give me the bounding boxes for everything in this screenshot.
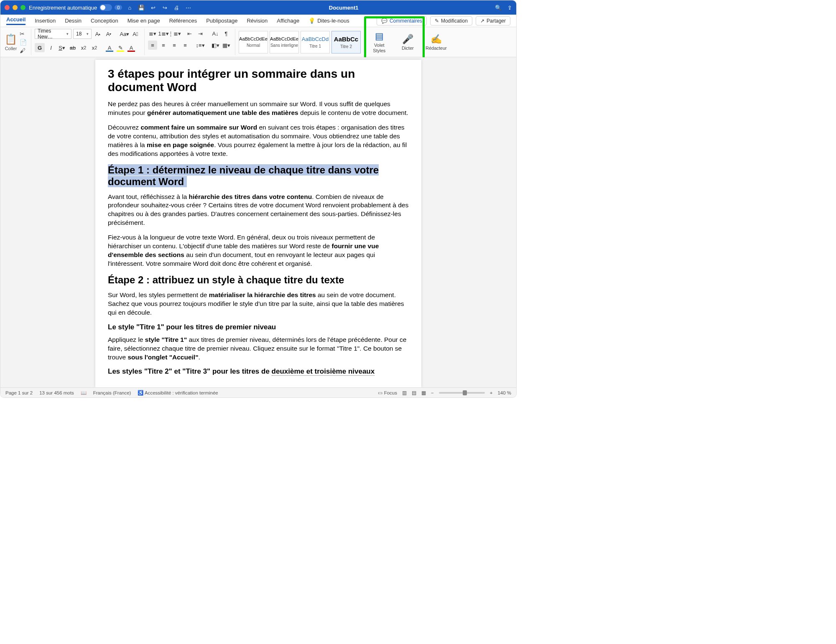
change-case-icon[interactable]: Aa▾	[120, 29, 129, 38]
minimize-window-icon[interactable]	[13, 5, 18, 10]
doc-h1: 3 étapes pour intégrer un sommaire dans …	[108, 67, 409, 94]
search-icon[interactable]: 🔍	[495, 5, 502, 11]
clipboard-group: 📋 Coller ✂ 📄 🖌	[5, 29, 31, 55]
justify-icon[interactable]: ≡	[181, 41, 190, 50]
status-page[interactable]: Page 1 sur 2	[5, 390, 33, 395]
status-accessibility[interactable]: ♿ Accessibilité : vérification terminée	[138, 390, 218, 396]
increase-indent-icon[interactable]: ⇥	[196, 29, 205, 38]
copy-icon[interactable]: 📄	[20, 39, 27, 46]
font-size-combo[interactable]: 18▾	[73, 29, 92, 39]
tell-me[interactable]: 💡Dites-le-nous	[308, 18, 349, 24]
styles-more-icon[interactable]: ›	[362, 40, 367, 44]
doc-p4: Fiez-vous à la longueur de votre texte W…	[108, 233, 409, 268]
subscript-icon[interactable]: x2	[79, 43, 88, 52]
bullets-icon[interactable]: ≣▾	[148, 29, 157, 38]
style-sans-interligne[interactable]: AaBbCcDdEe Sans interligne	[270, 31, 299, 53]
redo-icon[interactable]: ↪	[161, 5, 169, 11]
text-effects-icon[interactable]: A	[105, 43, 114, 52]
doc-h3b: Les styles "Titre 2" et "Titre 3" pour l…	[108, 367, 409, 376]
undo-icon[interactable]: ↩	[149, 5, 157, 11]
tab-dessin[interactable]: Dessin	[65, 18, 82, 24]
shrink-font-icon[interactable]: A▾	[104, 29, 113, 38]
tab-revision[interactable]: Révision	[247, 18, 268, 24]
autosave-toggle[interactable]: Enregistrement automatique 0	[29, 4, 122, 11]
comment-icon: 💬	[381, 18, 387, 24]
line-spacing-icon[interactable]: ↕≡▾	[196, 41, 205, 50]
dictate-button[interactable]: 🎤 Dicter	[397, 34, 418, 51]
status-words[interactable]: 13 sur 456 mots	[39, 390, 74, 395]
underline-icon[interactable]: S▾	[57, 43, 66, 52]
view-read-icon[interactable]: ▦	[421, 390, 426, 396]
style-titre-2[interactable]: AaBbCc Titre 2	[331, 31, 361, 53]
superscript-icon[interactable]: x2	[90, 43, 99, 52]
shading-icon[interactable]: ◧▾	[211, 41, 220, 50]
editor-group: ✍ Rédacteur	[426, 29, 451, 55]
doc-h2-etape1: Étape 1 : déterminez le niveau de chaque…	[108, 164, 409, 188]
styles-pane-button[interactable]: ▤ Volet Styles	[369, 31, 390, 53]
maximize-window-icon[interactable]	[20, 5, 25, 10]
autosave-badge: 0	[115, 5, 122, 10]
microphone-icon: 🎤	[402, 34, 413, 45]
editor-button[interactable]: ✍ Rédacteur	[426, 34, 446, 51]
grow-font-icon[interactable]: A▴	[93, 29, 102, 38]
zoom-in-icon[interactable]: +	[490, 390, 493, 395]
style-normal[interactable]: AaBbCcDdEe Normal	[239, 31, 268, 53]
doc-p2: Découvrez comment faire un sommaire sur …	[108, 123, 409, 158]
tab-accueil[interactable]: Accueil	[6, 16, 25, 25]
print-icon[interactable]: 🖨	[172, 5, 181, 11]
paste-icon[interactable]: 📋	[5, 33, 17, 45]
more-icon[interactable]: ⋯	[184, 5, 192, 11]
font-name-combo[interactable]: Times New…▾	[35, 29, 71, 39]
multilevel-list-icon[interactable]: ⋮≣▾	[170, 29, 179, 38]
highlight-icon[interactable]: ✎	[116, 43, 125, 52]
tab-publipostage[interactable]: Publipostage	[206, 18, 237, 24]
document-area[interactable]: 3 étapes pour intégrer un sommaire dans …	[0, 57, 516, 387]
page: 3 étapes pour intégrer un sommaire dans …	[95, 60, 421, 387]
clear-formatting-icon[interactable]: A⃠	[131, 29, 140, 38]
tab-references[interactable]: Références	[169, 18, 197, 24]
doc-p1: Ne perdez pas des heures à créer manuell…	[108, 100, 409, 117]
borders-icon[interactable]: ▦▾	[222, 41, 231, 50]
italic-icon[interactable]: I	[46, 43, 56, 52]
align-center-icon[interactable]: ≡	[159, 41, 168, 50]
doc-p6: Appliquez le style "Titre 1" aux titres …	[108, 336, 409, 362]
autosave-label: Enregistrement automatique	[29, 5, 97, 11]
styles-group: AaBbCcDdEe Normal AaBbCcDdEe Sans interl…	[239, 29, 394, 55]
zoom-out-icon[interactable]: −	[431, 390, 434, 395]
style-titre-1[interactable]: AaBbCcDd Titre 1	[301, 31, 330, 53]
view-print-icon[interactable]: ▥	[402, 390, 407, 396]
comments-button[interactable]: 💬Commentaires	[377, 16, 427, 25]
tab-insertion[interactable]: Insertion	[35, 18, 56, 24]
show-marks-icon[interactable]: ¶	[222, 29, 231, 38]
share-button[interactable]: ↗Partager	[476, 16, 510, 25]
home-icon[interactable]: ⌂	[125, 5, 134, 11]
share-menu-icon[interactable]: ⇪	[507, 5, 512, 11]
numbering-icon[interactable]: 1≣▾	[159, 29, 168, 38]
tab-conception[interactable]: Conception	[91, 18, 118, 24]
lightbulb-icon: 💡	[308, 18, 315, 24]
focus-mode-button[interactable]: ▭ Focus	[378, 390, 397, 396]
bold-icon[interactable]: G	[35, 43, 45, 52]
font-group: Times New…▾ 18▾ A▴ A▾ Aa▾ A⃠ G I S▾ ab x…	[35, 29, 145, 55]
switch-icon[interactable]	[99, 4, 112, 11]
view-web-icon[interactable]: ▤	[412, 390, 416, 396]
zoom-level[interactable]: 140 %	[497, 390, 511, 395]
status-spellcheck-icon[interactable]: 📖	[81, 390, 87, 396]
status-language[interactable]: Français (France)	[93, 390, 131, 395]
close-window-icon[interactable]	[5, 5, 10, 10]
save-icon[interactable]: 💾	[137, 5, 145, 11]
align-left-icon[interactable]: ≡	[148, 41, 157, 50]
title-bar: Enregistrement automatique 0 ⌂ 💾 ↩ ↪ 🖨 ⋯…	[0, 0, 516, 15]
font-color-icon[interactable]: A	[127, 43, 136, 52]
strikethrough-icon[interactable]: ab	[68, 43, 77, 52]
editing-mode-button[interactable]: ✎Modification	[430, 16, 472, 25]
format-painter-icon[interactable]: 🖌	[20, 47, 27, 54]
zoom-slider[interactable]	[439, 392, 485, 394]
voice-group: 🎤 Dicter	[397, 29, 422, 55]
sort-icon[interactable]: A↓	[211, 29, 220, 38]
tab-affichage[interactable]: Affichage	[277, 18, 299, 24]
decrease-indent-icon[interactable]: ⇤	[185, 29, 194, 38]
tab-mise-en-page[interactable]: Mise en page	[127, 18, 160, 24]
cut-icon[interactable]: ✂	[20, 31, 27, 37]
align-right-icon[interactable]: ≡	[170, 41, 179, 50]
